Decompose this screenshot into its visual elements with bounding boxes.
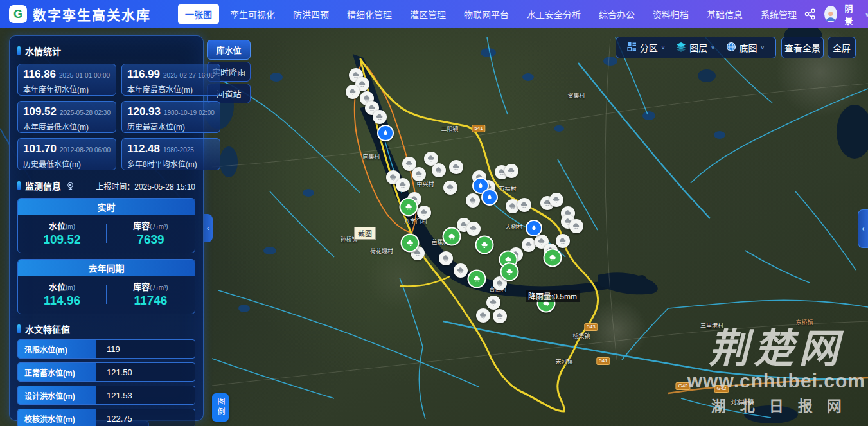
rain-gauge-marker[interactable] — [486, 296, 500, 310]
map-control-zoning[interactable]: 分区∨ — [627, 41, 666, 54]
monitor-card-0: 实时水位(m)109.52库容(万m³)7639 — [17, 198, 195, 253]
rain-gauge-marker[interactable] — [373, 110, 387, 124]
metric-1: 库容(万m³)11746 — [107, 280, 195, 308]
rain-gauge-marker-reporting[interactable] — [500, 263, 519, 281]
rain-gauge-marker[interactable] — [493, 309, 507, 323]
rain-gauge-marker-reporting[interactable] — [544, 249, 562, 267]
rain-gauge-marker[interactable] — [396, 178, 410, 192]
stat-value: 116.99 — [127, 68, 160, 81]
rain-gauge-marker[interactable] — [569, 219, 583, 233]
stat-time: 2025-05-28 02:30 — [60, 109, 111, 116]
nav-item-base-info[interactable]: 基础信息 — [700, 4, 750, 24]
fullscreen-button[interactable]: 全屏 — [828, 37, 856, 58]
stat-value: 120.93 — [127, 105, 161, 118]
hydro-row-value: 122.75 — [96, 409, 195, 426]
water-level-marker[interactable] — [377, 125, 394, 141]
map-place-label: 向集村 — [362, 152, 380, 161]
rain-gauge-marker[interactable] — [432, 163, 446, 177]
username[interactable]: 阴景 — [845, 2, 858, 26]
water-level-marker[interactable] — [526, 220, 542, 236]
rain-gauge-marker[interactable] — [439, 251, 453, 265]
rain-gauge-marker[interactable] — [454, 263, 468, 278]
chevron-down-icon[interactable]: ∨ — [865, 11, 868, 18]
metric-unit: (m) — [66, 223, 75, 230]
rain-gauge-marker[interactable] — [504, 164, 518, 178]
app-title: 数字孪生高关水库 — [33, 4, 151, 24]
nav-item-iot-platform[interactable]: 物联网平台 — [457, 4, 516, 24]
water-stat-card-3: 120.931980-10-19 02:00历史最高水位(m) — [121, 101, 220, 133]
legend-button[interactable]: 图例 — [212, 393, 229, 422]
nav-item-one-map[interactable]: 一张图 — [178, 4, 219, 24]
nav-menu: 一张图孪生可视化防洪四预精细化管理灌区管理物联网平台水工安全分析综合办公资料归档… — [178, 4, 804, 24]
panorama-button[interactable]: 查看全景 — [781, 37, 824, 58]
nav-item-irrigation[interactable]: 灌区管理 — [403, 4, 453, 24]
rain-gauge-marker-reporting[interactable] — [400, 198, 418, 217]
metric-unit: (万m³) — [150, 223, 168, 230]
monitor-camera-icon[interactable] — [66, 181, 75, 191]
hydro-row-value: 121.50 — [96, 363, 195, 381]
rain-gauge-marker[interactable] — [549, 193, 563, 207]
rain-gauge-marker[interactable] — [466, 193, 480, 208]
map-control-basemap[interactable]: 底图∨ — [726, 41, 765, 54]
stat-label: 历史最低水位(m) — [23, 158, 111, 169]
org-share-icon[interactable] — [804, 8, 817, 21]
side-tab-reservoir-level[interactable]: 库水位 — [207, 40, 251, 60]
hydro-row-key: 正常蓄水位(m) — [18, 363, 96, 381]
water-level-marker[interactable] — [481, 189, 498, 206]
map-place-label: 贺集村 — [567, 91, 585, 100]
nav-item-office[interactable]: 综合办公 — [592, 4, 642, 24]
rain-gauge-marker[interactable] — [346, 85, 360, 99]
rain-gauge-marker[interactable] — [556, 234, 570, 248]
map-control-label: 底图 — [740, 41, 757, 54]
nav-item-archives[interactable]: 资料归档 — [646, 4, 696, 24]
rain-gauge-marker[interactable] — [449, 160, 463, 174]
water-stat-card-4: 101.702012-08-20 06:00历史最低水位(m) — [17, 138, 116, 170]
section-monitor: 监测信息 上报时间：2025-05-28 15:10 — [17, 179, 195, 192]
map-place-label: 荷花堰村 — [370, 247, 393, 255]
user-area: 阴景 ∨ — [804, 2, 868, 26]
stat-card-top: 112.481980-2025 — [127, 143, 215, 155]
panel-collapse-handle[interactable]: ‹ — [204, 214, 213, 242]
rain-gauge-marker[interactable] — [476, 308, 490, 323]
road-badge: G42 — [714, 385, 729, 393]
rain-gauge-marker[interactable] — [466, 222, 481, 236]
section-title: 水情统计 — [25, 44, 61, 57]
metric-name: 库容(万m³) — [107, 219, 195, 231]
map-control-layers[interactable]: 图层∨ — [676, 41, 715, 54]
stat-time: 2025-01-01 00:00 — [59, 72, 110, 79]
section-bar-icon — [17, 181, 21, 190]
stat-time: 1980-10-19 02:00 — [164, 109, 215, 116]
hydro-row-key: 校核洪水位(m) — [18, 409, 96, 426]
rain-gauge-marker[interactable] — [517, 198, 531, 212]
road-badge: 541 — [596, 357, 610, 365]
stat-label: 本年度年初水位(m) — [23, 84, 111, 94]
stat-value: 101.70 — [23, 143, 57, 155]
stat-label: 本年度最低水位(m) — [23, 121, 111, 132]
rain-gauge-marker[interactable] — [443, 181, 457, 195]
metric-unit: (万m³) — [150, 284, 168, 291]
map-place-label: 杨集镇 — [572, 332, 590, 340]
rain-gauge-marker-reporting[interactable] — [401, 234, 420, 253]
metric-value: 11746 — [107, 294, 195, 308]
nav-item-twin-visual[interactable]: 孪生可视化 — [223, 4, 282, 24]
water-stat-card-0: 116.862025-01-01 00:00本年度年初水位(m) — [17, 64, 116, 96]
rain-gauge-marker[interactable] — [522, 238, 536, 252]
rain-gauge-marker-reporting[interactable] — [468, 270, 486, 288]
rain-gauge-marker-reporting[interactable] — [475, 236, 494, 254]
metric-0: 水位(m)114.96 — [18, 280, 106, 308]
nav-item-flood-forecast[interactable]: 防洪四预 — [286, 4, 336, 24]
user-avatar[interactable] — [824, 6, 837, 22]
rain-gauge-marker[interactable] — [412, 167, 426, 181]
metric-value: 109.52 — [18, 233, 106, 247]
lake-east — [598, 272, 658, 294]
nav-item-system[interactable]: 系统管理 — [754, 4, 804, 24]
chevron-down-icon: ∨ — [711, 44, 715, 51]
nav-item-hydraulic-safety[interactable]: 水工安全分析 — [520, 4, 588, 24]
stat-time: 2025-02-27 16:05 — [163, 72, 214, 79]
rain-gauge-marker[interactable] — [417, 206, 431, 220]
rain-gauge-marker-reporting[interactable] — [443, 227, 461, 246]
section-bar-icon — [17, 46, 21, 55]
right-panel-expander[interactable]: ‹ — [858, 209, 868, 248]
nav-item-fine-management[interactable]: 精细化管理 — [340, 4, 399, 24]
metric-1: 库容(万m³)7639 — [107, 219, 195, 247]
